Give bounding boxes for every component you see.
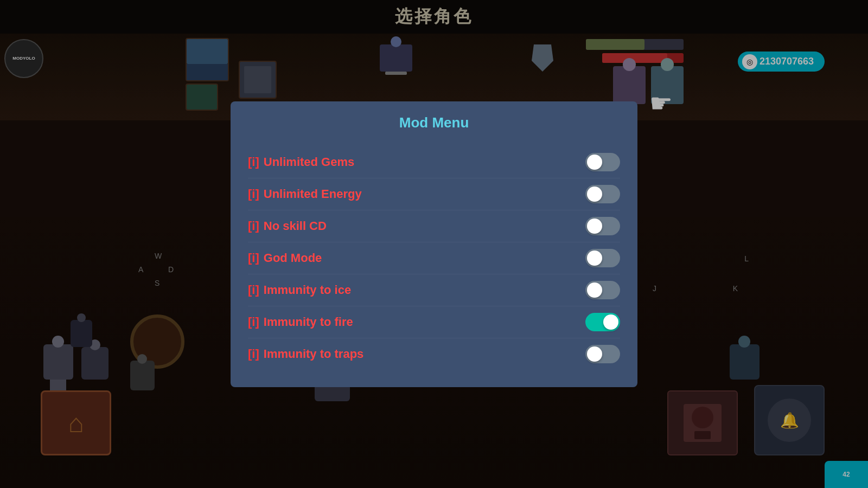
mod-item-immunity-to-traps[interactable]: [i]Immunity to traps [248,338,620,370]
toggle-immunity-to-traps[interactable] [585,345,620,363]
mod-item-label-no-skill-cd: [i]No skill CD [248,219,327,233]
mod-name-immunity-to-ice: Immunity to ice [264,283,351,297]
mod-prefix-god-mode: [i] [248,251,259,265]
mod-menu: Mod Menu [i]Unlimited Gems[i]Unlimited E… [231,101,637,387]
toggle-knob-immunity-to-traps [587,346,602,362]
mod-menu-items-container: [i]Unlimited Gems[i]Unlimited Energy[i]N… [248,146,620,370]
mod-item-label-immunity-to-fire: [i]Immunity to fire [248,315,353,329]
toggle-knob-no-skill-cd [587,219,602,234]
mod-item-label-immunity-to-traps: [i]Immunity to traps [248,347,363,361]
mod-name-immunity-to-traps: Immunity to traps [264,347,364,361]
mod-name-immunity-to-fire: Immunity to fire [264,315,353,329]
mod-item-label-unlimited-energy: [i]Unlimited Energy [248,187,362,201]
toggle-no-skill-cd[interactable] [585,217,620,235]
mod-item-unlimited-energy[interactable]: [i]Unlimited Energy [248,178,620,210]
toggle-knob-unlimited-energy [587,187,602,202]
mod-prefix-unlimited-gems: [i] [248,155,259,169]
toggle-immunity-to-ice[interactable] [585,281,620,299]
mod-prefix-immunity-to-fire: [i] [248,315,259,329]
mod-menu-title: Mod Menu [248,114,620,131]
mod-prefix-immunity-to-traps: [i] [248,347,259,361]
toggle-immunity-to-fire[interactable] [585,313,620,331]
toggle-knob-immunity-to-ice [587,282,602,298]
mod-item-god-mode[interactable]: [i]God Mode [248,242,620,274]
mod-item-label-unlimited-gems: [i]Unlimited Gems [248,155,354,169]
toggle-unlimited-gems[interactable] [585,153,620,171]
toggle-knob-unlimited-gems [587,155,602,170]
mod-prefix-unlimited-energy: [i] [248,187,259,201]
mod-name-god-mode: God Mode [264,251,322,265]
mod-item-label-god-mode: [i]God Mode [248,251,322,265]
mod-item-immunity-to-fire[interactable]: [i]Immunity to fire [248,306,620,338]
mod-item-label-immunity-to-ice: [i]Immunity to ice [248,283,351,297]
mod-prefix-no-skill-cd: [i] [248,219,259,233]
mod-item-immunity-to-ice[interactable]: [i]Immunity to ice [248,274,620,306]
mod-item-unlimited-gems[interactable]: [i]Unlimited Gems [248,146,620,178]
mod-name-unlimited-energy: Unlimited Energy [264,187,362,201]
mod-name-no-skill-cd: No skill CD [264,219,327,233]
toggle-unlimited-energy[interactable] [585,185,620,203]
mod-name-unlimited-gems: Unlimited Gems [264,155,354,169]
toggle-knob-god-mode [587,251,602,266]
toggle-god-mode[interactable] [585,249,620,267]
mod-menu-overlay: Mod Menu [i]Unlimited Gems[i]Unlimited E… [0,0,868,488]
mod-item-no-skill-cd[interactable]: [i]No skill CD [248,210,620,242]
toggle-knob-immunity-to-fire [603,314,618,330]
mod-prefix-immunity-to-ice: [i] [248,283,259,297]
